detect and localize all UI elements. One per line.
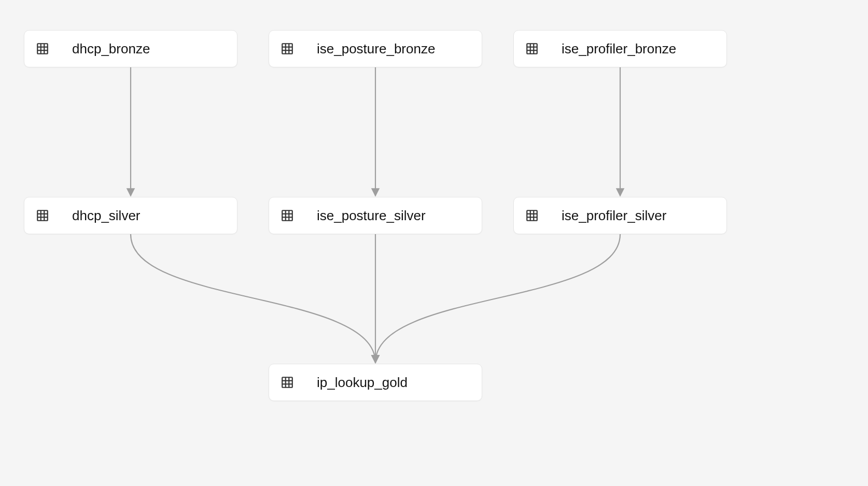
node-ise-posture-silver[interactable]: ise_posture_silver [269,197,482,234]
node-ise-profiler-bronze[interactable]: ise_profiler_bronze [513,30,727,67]
table-icon [281,209,294,222]
node-ise-profiler-silver[interactable]: ise_profiler_silver [513,197,727,234]
node-dhcp-bronze[interactable]: dhcp_bronze [24,30,237,67]
table-icon [525,209,539,222]
edge-dhcp-silver-to-gold [131,234,375,363]
svg-rect-0 [37,44,48,54]
table-icon [281,42,294,55]
svg-rect-10 [527,44,537,54]
svg-rect-25 [527,210,537,221]
node-label: ise_profiler_bronze [562,41,676,57]
node-label: ise_posture_silver [317,208,426,224]
node-label: dhcp_silver [72,208,141,224]
node-label: ip_lookup_gold [317,375,408,391]
table-icon [281,376,294,389]
svg-rect-20 [282,210,292,221]
node-ip-lookup-gold[interactable]: ip_lookup_gold [269,364,482,401]
table-icon [36,209,49,222]
table-icon [525,42,539,55]
edges-layer [0,0,868,486]
svg-rect-15 [37,210,48,221]
diagram-canvas: dhcp_bronze ise_posture_bronze ise_profi [0,0,868,486]
node-label: ise_posture_bronze [317,41,435,57]
table-icon [36,42,49,55]
node-dhcp-silver[interactable]: dhcp_silver [24,197,237,234]
edge-ise-profiler-silver-to-gold [375,234,620,363]
node-ise-posture-bronze[interactable]: ise_posture_bronze [269,30,482,67]
node-label: dhcp_bronze [72,41,150,57]
svg-rect-30 [282,377,292,388]
svg-rect-5 [282,44,292,54]
node-label: ise_profiler_silver [562,208,666,224]
